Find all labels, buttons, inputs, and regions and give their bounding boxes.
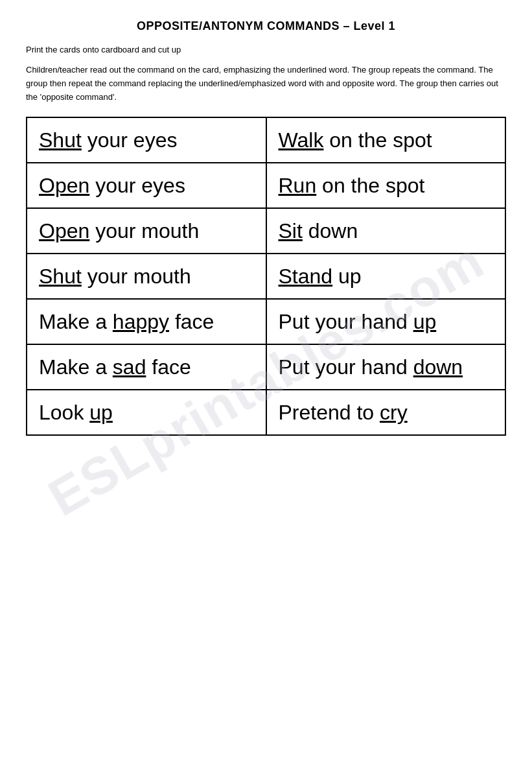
instruction-line1: Print the cards onto cardboard and cut u… <box>26 45 506 54</box>
cell-stand-up: Stand up <box>266 254 506 299</box>
underlined-word: up <box>89 401 113 424</box>
table-row: Make a sad face Put your hand down <box>27 344 505 390</box>
cell-walk-spot: Walk on the spot <box>266 117 506 163</box>
table-row: Open your eyes Run on the spot <box>27 163 505 208</box>
instruction-block: Children/teacher read out the command on… <box>26 64 506 104</box>
cell-open-mouth: Open your mouth <box>27 208 266 254</box>
underlined-word: sad <box>113 355 146 379</box>
underlined-word: Run <box>279 174 317 197</box>
page-title: OPPOSITE/ANTONYM COMMANDS – Level 1 <box>26 19 506 33</box>
underlined-word: cry <box>380 401 408 424</box>
table-row: Shut your eyes Walk on the spot <box>27 117 505 163</box>
cell-look-up: Look up <box>27 390 266 435</box>
underlined-word: Open <box>39 219 89 243</box>
table-row: Look up Pretend to cry <box>27 390 505 435</box>
underlined-word: down <box>413 355 463 379</box>
underlined-word: happy <box>113 310 169 333</box>
table-row: Open your mouth Sit down <box>27 208 505 254</box>
underlined-word: Sit <box>279 219 303 243</box>
cell-run-spot: Run on the spot <box>266 163 506 208</box>
cell-sit-down: Sit down <box>266 208 506 254</box>
commands-table: Shut your eyes Walk on the spot Open you… <box>26 117 506 436</box>
underlined-word: Walk <box>279 128 324 152</box>
cell-hand-up: Put your hand up <box>266 299 506 344</box>
underlined-word: Open <box>39 174 89 197</box>
cell-shut-eyes: Shut your eyes <box>27 117 266 163</box>
underlined-word: Shut <box>39 265 82 288</box>
cell-open-eyes: Open your eyes <box>27 163 266 208</box>
cell-pretend-cry: Pretend to cry <box>266 390 506 435</box>
cell-sad-face: Make a sad face <box>27 344 266 390</box>
cell-hand-down: Put your hand down <box>266 344 506 390</box>
table-row: Shut your mouth Stand up <box>27 254 505 299</box>
underlined-word: Shut <box>39 128 82 152</box>
cell-happy-face: Make a happy face <box>27 299 266 344</box>
table-row: Make a happy face Put your hand up <box>27 299 505 344</box>
underlined-word: Stand <box>279 265 333 288</box>
cell-shut-mouth: Shut your mouth <box>27 254 266 299</box>
underlined-word: up <box>413 310 437 333</box>
